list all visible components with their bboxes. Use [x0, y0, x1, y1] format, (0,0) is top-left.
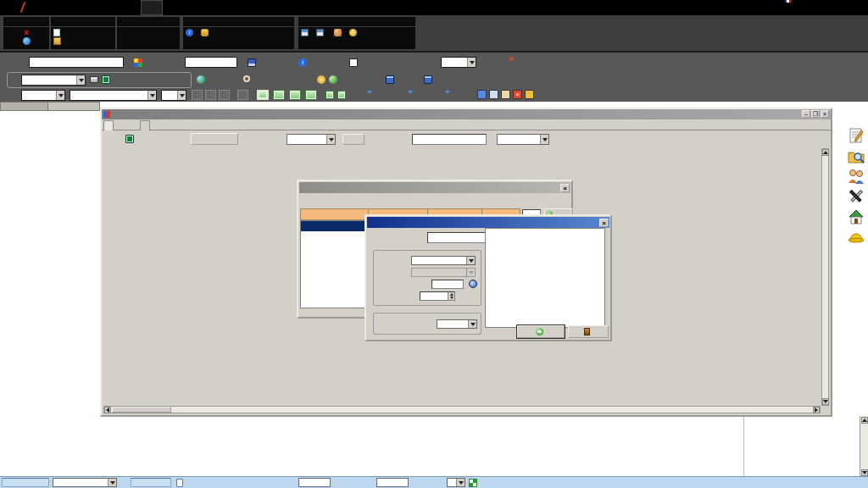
notes-icon[interactable]	[848, 127, 865, 144]
restore-button[interactable]	[855, 3, 862, 10]
variables-icon[interactable]	[243, 75, 250, 82]
home-icon[interactable]	[848, 208, 865, 225]
currency-grid-icon[interactable]	[469, 479, 477, 487]
gestion-selected-row[interactable]	[301, 221, 370, 231]
payment-schedule-table[interactable]	[485, 228, 605, 328]
bold-button[interactable]	[192, 90, 203, 100]
date-ok-button[interactable]	[342, 134, 364, 145]
ok-button[interactable]: ➜	[517, 325, 565, 338]
web-icon[interactable]	[23, 37, 31, 45]
variables-dialog-button[interactable]	[191, 133, 238, 145]
search-folder-icon[interactable]	[848, 147, 865, 164]
table-format-button-4[interactable]	[305, 90, 317, 100]
repartir-input[interactable]	[427, 232, 487, 243]
save-icon[interactable]	[248, 58, 256, 67]
menu-item-ouvrir[interactable]	[53, 37, 64, 45]
insert-col-button[interactable]	[337, 91, 346, 99]
clipboard-icon[interactable]	[501, 90, 510, 99]
menu-item-tiers[interactable]	[331, 29, 342, 36]
font-combo[interactable]	[70, 90, 157, 101]
mode-date-combo[interactable]	[411, 256, 476, 265]
menu-fichier-title[interactable]	[51, 17, 115, 27]
treasury-restore-button[interactable]: ❒	[811, 110, 820, 118]
preview-icon[interactable]	[102, 75, 110, 84]
minimize-button[interactable]	[844, 3, 851, 10]
treasury-scroll-left[interactable]	[104, 407, 111, 413]
outer-vertical-scrollbar[interactable]	[860, 416, 868, 477]
key-icon[interactable]	[525, 90, 534, 99]
insert-row-button[interactable]	[326, 91, 334, 99]
underline-button[interactable]	[219, 90, 230, 100]
etalement-spinner[interactable]	[448, 292, 454, 300]
users-icon[interactable]	[848, 168, 865, 185]
windows-icon[interactable]	[134, 58, 142, 67]
tab-representation-graphique[interactable]	[140, 120, 150, 130]
treasury-horizontal-scrollbar[interactable]	[103, 406, 821, 413]
etalement-input[interactable]	[420, 291, 455, 301]
etat-programme-combo[interactable]	[441, 57, 476, 68]
menu-iago-title[interactable]	[3, 17, 49, 27]
hardhat-icon[interactable]	[848, 229, 865, 246]
status-maj-input[interactable]	[376, 478, 409, 487]
table-format-button-2[interactable]	[273, 90, 285, 100]
menu-item-bureau-actif[interactable]	[301, 29, 311, 36]
subtotal-icon[interactable]	[386, 75, 394, 84]
margin-icon[interactable]	[424, 75, 432, 84]
calendar-clock-icon[interactable]	[469, 280, 477, 288]
menu-item-demarrer[interactable]	[53, 29, 63, 36]
tab-tresorerie[interactable]	[103, 120, 114, 130]
menu-item-tresorerie[interactable]	[316, 29, 326, 36]
insertion-close-button[interactable]: ×	[599, 219, 609, 227]
gestion-titlebar[interactable]	[299, 182, 570, 193]
tools-icon[interactable]	[848, 188, 865, 205]
statistics-icon[interactable]	[197, 75, 205, 84]
excel-export-icon[interactable]	[125, 135, 134, 143]
date-creation-input[interactable]	[298, 478, 331, 487]
close-app-icon[interactable]: ×	[507, 54, 515, 63]
menu-item-information[interactable]: i	[186, 29, 196, 36]
status-combo[interactable]	[53, 478, 117, 487]
bilan-input[interactable]	[185, 57, 237, 68]
sci-combo[interactable]	[21, 75, 86, 86]
mise-a-jour-input[interactable]	[412, 134, 487, 145]
auteur-input[interactable]	[29, 57, 124, 68]
detail-combo[interactable]	[497, 134, 549, 145]
menu-item-gestion-lots[interactable]	[201, 29, 211, 36]
font-size-combo[interactable]	[161, 90, 186, 101]
menu-item-comptes[interactable]	[347, 29, 357, 36]
treasury-scroll-thumb[interactable]	[112, 407, 171, 413]
menu-donnees-title[interactable]	[183, 17, 294, 27]
annuler-button[interactable]	[568, 325, 609, 338]
information-icon[interactable]: i	[298, 58, 307, 67]
copy-icon[interactable]	[489, 90, 498, 99]
insertion-menu[interactable]	[442, 91, 450, 94]
table-format-button-1[interactable]	[257, 90, 269, 100]
date-du-jour-combo[interactable]	[287, 134, 336, 145]
insertion-titlebar[interactable]	[367, 217, 609, 228]
scroll-down-button[interactable]	[861, 469, 868, 476]
quit-icon[interactable]: ×	[24, 29, 29, 36]
treasury-scroll-down[interactable]	[822, 398, 829, 405]
print-icon[interactable]	[90, 76, 98, 83]
treasury-scroll-up[interactable]	[822, 149, 829, 156]
treasury-scroll-right[interactable]	[813, 407, 820, 413]
delete-icon[interactable]: ×	[513, 90, 522, 99]
treasury-close-button[interactable]: ×	[821, 110, 829, 118]
documents-icon[interactable]	[176, 479, 183, 487]
style-combo[interactable]	[21, 90, 65, 101]
selection-grille-combo[interactable]	[437, 319, 477, 329]
menu-etat-title[interactable]	[117, 17, 180, 27]
validate-icon[interactable]	[329, 75, 337, 84]
monnaie-combo[interactable]	[447, 478, 465, 487]
table-format-button-3[interactable]	[289, 90, 301, 100]
projet-menu[interactable]	[364, 91, 372, 94]
menu-outils-title[interactable]	[298, 17, 415, 27]
gestion-close-button[interactable]: ×	[560, 184, 570, 192]
treasury-minimize-button[interactable]: –	[802, 110, 810, 118]
paste-icon[interactable]	[477, 90, 487, 99]
treasury-vertical-scrollbar[interactable]	[821, 148, 829, 406]
scroll-up-button[interactable]	[861, 417, 868, 424]
detail-lots-checkbox[interactable]	[349, 58, 358, 67]
font-color-button[interactable]	[237, 90, 248, 100]
italic-button[interactable]	[205, 90, 216, 100]
